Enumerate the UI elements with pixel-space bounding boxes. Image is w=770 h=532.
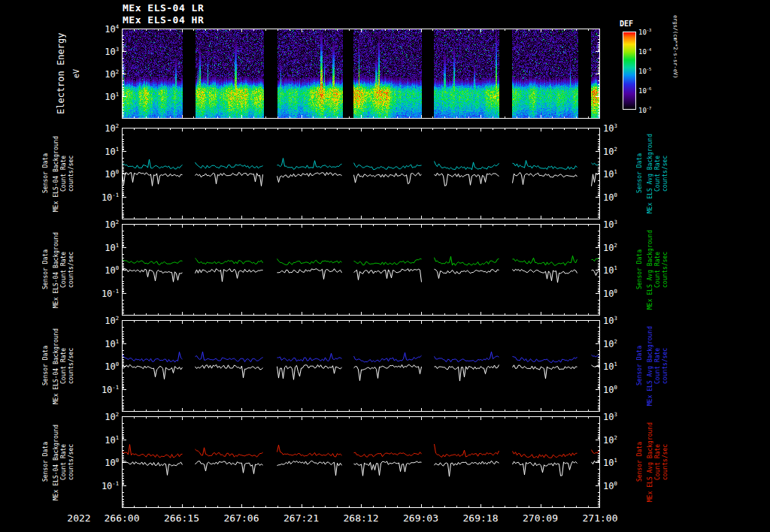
panel-right-ytick-label: 101: [603, 361, 632, 372]
spectrogram-ylabel: Electron Energy: [56, 29, 66, 119]
panel-left-ytick-label: 102: [90, 219, 119, 230]
panel-left-ytick-label: 10-1: [90, 288, 119, 299]
colorbar-units-label: ergs/(cm**2-s-sr-eV): [671, 15, 678, 78]
x-tick-label: 268:12: [340, 512, 382, 524]
mex-els-plot: MEx ELS-04 LR MEx ELS-04 HR Electron Ene…: [0, 0, 770, 532]
panel-right-ytick-label: 101: [603, 168, 632, 180]
panel-right-axis-label-1-text: Sensor Data: [636, 224, 644, 316]
panel-right-axis-label-0: Sensor DataMEx ELS Avg BackgroundCount R…: [636, 128, 669, 219]
colorbar-canvas: [623, 32, 636, 110]
x-tick-label: 269:18: [459, 512, 502, 524]
line-panel-canvas-cyan: [122, 128, 600, 219]
spectrogram-ytick-label: 104: [90, 23, 119, 35]
panel-right-ytick-label: 101: [603, 457, 632, 468]
panel-right-axis-label-3-text: MEx ELS Avg Background: [647, 416, 654, 508]
spectrogram-ylabel-units: eV: [72, 29, 80, 119]
panel-right-axis-label-1-text: counts/sec: [662, 224, 669, 316]
panel-left-axis-label-3-text: Count Rate: [60, 416, 68, 508]
line-panel-canvas-red: [122, 416, 600, 508]
panel-right-axis-label-0-text: Sensor Data: [636, 128, 644, 219]
panel-left-axis-label-3-text: Sensor Data: [42, 416, 50, 508]
x-tick-label: 267:06: [220, 512, 262, 524]
colorbar-tick-label: 10-7: [638, 106, 664, 114]
panel-left-axis-label-2-text: MEx ELS-04 Background: [53, 320, 60, 412]
colorbar-tick-label: 10-6: [638, 86, 664, 95]
panel-left-axis-label-0-text: Sensor Data: [42, 128, 50, 219]
year-label: 2022: [60, 512, 98, 524]
x-tick-label: 271:00: [579, 512, 621, 524]
panel-left-ytick-label: 101: [90, 242, 119, 253]
panel-left-axis-label-2: Sensor DataMEx ELS-04 BackgroundCount Ra…: [42, 320, 75, 412]
panel-right-axis-label-2-text: Count Rate: [654, 320, 662, 412]
spectrogram-ytick-label: 102: [90, 68, 119, 80]
panel-left-ytick-label: 10-1: [90, 480, 119, 491]
panel-right-ytick-label: 103: [603, 411, 632, 422]
panel-left-axis-label-1-text: MEx ELS-04 Background: [53, 224, 60, 316]
panel-left-ytick-label: 10-1: [90, 384, 119, 395]
panel-left-ytick-label: 100: [90, 264, 119, 276]
colorbar-tick-label: 10-3: [638, 28, 664, 36]
spectrogram-canvas: [122, 29, 600, 119]
panel-right-axis-label-1-text: Count Rate: [654, 224, 662, 316]
line-panel-canvas-green: [122, 224, 600, 316]
panel-right-ytick-label: 102: [603, 242, 632, 253]
panel-left-ytick-label: 102: [90, 122, 119, 134]
panel-right-ytick-label: 103: [603, 122, 632, 134]
x-tick-label: 266:00: [101, 512, 143, 524]
panel-right-axis-label-1: Sensor DataMEx ELS Avg BackgroundCount R…: [636, 224, 669, 316]
panel-left-axis-label-1: Sensor DataMEx ELS-04 BackgroundCount Ra…: [42, 224, 75, 316]
panel-left-ytick-label: 10-1: [90, 192, 119, 203]
panel-right-axis-label-3-text: Count Rate: [654, 416, 662, 508]
panel-left-ytick-label: 101: [90, 146, 119, 157]
plot-title-lr: MEx ELS-04 LR: [123, 2, 204, 14]
x-tick-label: 270:09: [520, 512, 562, 524]
x-tick-label: 269:03: [400, 512, 442, 524]
spectrogram-ytick-label: 101: [90, 91, 119, 102]
panel-left-ytick-label: 101: [90, 338, 119, 349]
colorbar-tick-label: 10-5: [638, 67, 664, 75]
panel-right-axis-label-3-text: Sensor Data: [636, 416, 644, 508]
panel-left-axis-label-3-text: counts/sec: [68, 416, 75, 508]
panel-right-axis-label-2-text: MEx ELS Avg Background: [647, 320, 654, 412]
panel-right-axis-label-2-text: counts/sec: [662, 320, 669, 412]
panel-right-ytick-label: 100: [603, 288, 632, 299]
panel-left-ytick-label: 100: [90, 168, 119, 180]
panel-left-axis-label-2-text: counts/sec: [68, 320, 75, 412]
panel-left-axis-label-0-text: counts/sec: [68, 128, 75, 219]
panel-right-axis-label-3-text: counts/sec: [662, 416, 669, 508]
panel-right-axis-label-0-text: MEx ELS Avg Background: [647, 128, 654, 219]
panel-left-ytick-label: 100: [90, 457, 119, 468]
panel-right-axis-label-2-text: Sensor Data: [636, 320, 644, 412]
colorbar-title: DEF: [620, 20, 633, 28]
line-panel-canvas-blue: [122, 320, 600, 412]
x-tick-label: 266:15: [161, 512, 203, 524]
panel-right-ytick-label: 103: [603, 315, 632, 326]
panel-left-ytick-label: 102: [90, 315, 119, 326]
panel-right-axis-label-3: Sensor DataMEx ELS Avg BackgroundCount R…: [636, 416, 669, 508]
panel-left-axis-label-0-text: Count Rate: [60, 128, 68, 219]
panel-left-axis-label-1-text: Sensor Data: [42, 224, 50, 316]
panel-left-ytick-label: 100: [90, 361, 119, 372]
panel-right-ytick-label: 103: [603, 219, 632, 230]
panel-right-ytick-label: 100: [603, 480, 632, 491]
colorbar-tick-label: 10-4: [638, 47, 664, 56]
panel-left-ytick-label: 102: [90, 411, 119, 422]
panel-left-axis-label-0-text: MEx ELS-04 Background: [53, 128, 60, 219]
panel-left-axis-label-1-text: counts/sec: [68, 224, 75, 316]
x-tick-label: 267:21: [280, 512, 323, 524]
panel-left-axis-label-1-text: Count Rate: [60, 224, 68, 316]
panel-right-ytick-label: 102: [603, 146, 632, 157]
panel-right-ytick-label: 101: [603, 264, 632, 276]
panel-right-ytick-label: 100: [603, 192, 632, 203]
panel-left-axis-label-3-text: MEx ELS-04 Background: [53, 416, 60, 508]
panel-left-ytick-label: 101: [90, 434, 119, 446]
panel-right-axis-label-0-text: Count Rate: [654, 128, 662, 219]
spectrogram-ytick-label: 103: [90, 46, 119, 57]
panel-left-axis-label-0: Sensor DataMEx ELS-04 BackgroundCount Ra…: [42, 128, 75, 219]
panel-left-axis-label-2-text: Count Rate: [60, 320, 68, 412]
panel-left-axis-label-2-text: Sensor Data: [42, 320, 50, 412]
panel-left-axis-label-3: Sensor DataMEx ELS-04 BackgroundCount Ra…: [42, 416, 75, 508]
plot-title-hr: MEx ELS-04 HR: [123, 14, 204, 26]
panel-right-ytick-label: 100: [603, 384, 632, 395]
panel-right-axis-label-2: Sensor DataMEx ELS Avg BackgroundCount R…: [636, 320, 669, 412]
